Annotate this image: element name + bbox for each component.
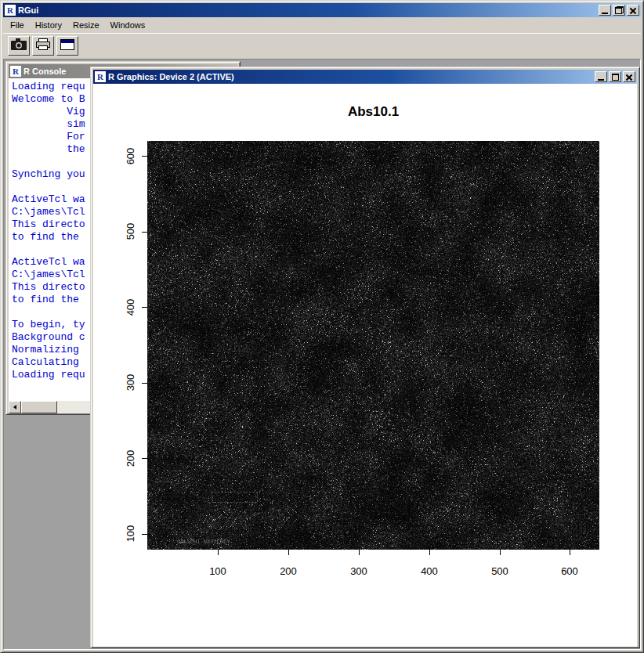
graphics-window-controls <box>595 71 635 82</box>
plot-title: Abs10.1 <box>147 104 599 120</box>
x-axis-label: 100 <box>198 565 237 577</box>
snapshot-button[interactable] <box>8 36 30 56</box>
restore-icon <box>615 6 624 14</box>
y-axis-tick <box>142 458 147 459</box>
scrollbar-thumb[interactable] <box>21 401 57 413</box>
r-console-icon: R <box>10 66 21 77</box>
titlebar[interactable]: R RGui <box>3 3 641 17</box>
close-button[interactable] <box>627 5 639 16</box>
r-graphics-icon: R <box>95 71 106 82</box>
close-icon <box>629 7 637 14</box>
rgui-app-icon: R <box>5 5 16 16</box>
menubar: File History Resize Windows <box>3 17 641 33</box>
x-axis-tick <box>570 550 570 555</box>
minimize-icon <box>602 13 608 14</box>
x-axis-tick <box>359 550 360 555</box>
camera-icon <box>11 38 27 53</box>
scroll-left-button[interactable] <box>9 401 21 413</box>
menu-history[interactable]: History <box>30 18 67 32</box>
x-axis-tick <box>500 550 501 555</box>
y-axis-label: 200 <box>125 443 135 474</box>
y-axis-tick <box>142 156 147 157</box>
y-axis-tick <box>142 307 147 308</box>
graphics-titlebar[interactable]: R R Graphics: Device 2 (ACTIVE) <box>93 70 637 84</box>
arrow-left-icon <box>13 405 16 409</box>
rgui-window: R RGui File History Resize Windows <box>0 0 644 653</box>
menu-resize[interactable]: Resize <box>67 18 105 32</box>
graphics-close-button[interactable] <box>623 71 635 82</box>
y-axis-tick <box>142 232 147 233</box>
mdi-workspace: R R Console Loading requ Welcome to B Vi… <box>3 59 641 650</box>
graphics-maximize-button[interactable] <box>609 71 621 82</box>
y-axis-label: 400 <box>125 292 135 323</box>
minimize-button[interactable] <box>599 5 611 16</box>
graphics-title: R Graphics: Device 2 (ACTIVE) <box>108 72 592 81</box>
window-icon <box>60 39 74 53</box>
x-axis-label: 400 <box>410 565 449 577</box>
y-axis-label: 300 <box>125 367 135 399</box>
x-axis-label: 600 <box>550 565 589 577</box>
plot-device-area: Abs10.1 100 200 300 400 500 600 <box>93 84 637 647</box>
x-axis-label: 300 <box>339 565 378 577</box>
window-focus-button[interactable] <box>56 36 78 56</box>
y-axis-label: 500 <box>125 216 135 247</box>
print-button[interactable] <box>32 36 54 56</box>
y-axis-label: 100 <box>125 518 135 550</box>
y-axis-tick <box>142 534 147 535</box>
microarray-image <box>147 141 599 550</box>
y-axis-tick <box>142 383 147 384</box>
restore-button[interactable] <box>613 5 625 16</box>
x-axis-label: 500 <box>480 565 519 577</box>
window-title: RGui <box>18 5 596 15</box>
menu-file[interactable]: File <box>5 18 30 32</box>
graphics-minimize-button[interactable] <box>595 71 607 82</box>
maximize-icon <box>612 74 619 81</box>
printer-icon <box>35 38 51 54</box>
x-axis-label: 200 <box>269 565 308 577</box>
x-axis-tick <box>429 550 430 555</box>
window-controls <box>599 5 639 16</box>
close-icon <box>625 74 633 81</box>
menu-windows[interactable]: Windows <box>105 18 151 32</box>
x-axis-tick <box>218 550 219 555</box>
toolbar <box>3 33 641 58</box>
r-graphics-window: R R Graphics: Device 2 (ACTIVE) Abs10.1 <box>90 67 640 648</box>
minimize-icon <box>598 79 604 81</box>
x-axis-tick <box>288 550 289 555</box>
y-axis-label: 600 <box>125 141 135 172</box>
